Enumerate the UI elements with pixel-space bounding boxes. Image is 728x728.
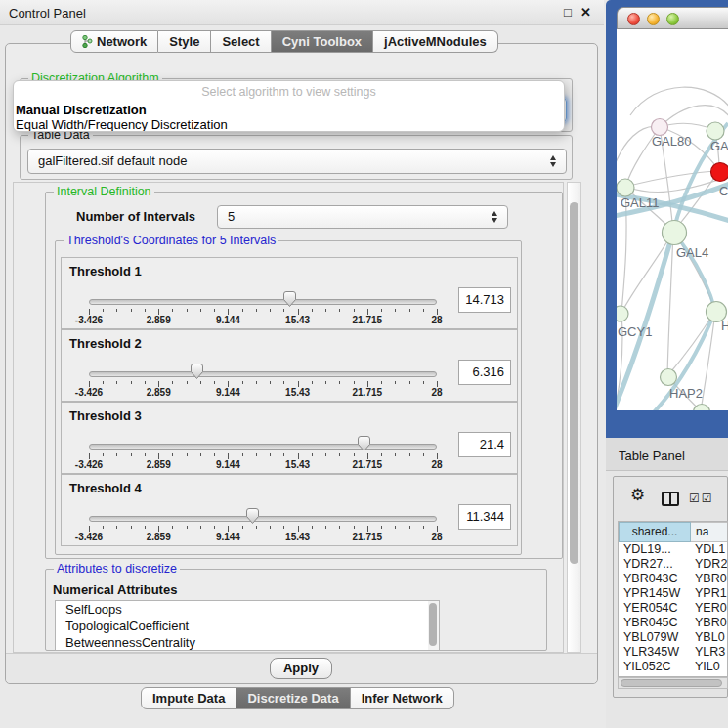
float-window-icon[interactable]: □ (564, 5, 572, 20)
slider-handle[interactable] (245, 507, 260, 525)
cell-shared-name[interactable]: YDL19... (619, 542, 691, 557)
tab-style[interactable]: Style (158, 30, 211, 53)
network-node-gal4[interactable] (663, 221, 687, 245)
cell-name[interactable]: YBL0 (691, 630, 727, 645)
table-row[interactable]: YIL052CYIL0 (619, 660, 727, 674)
vertical-scrollbar[interactable] (567, 182, 581, 653)
table-row[interactable]: YBL079WYBL0 (619, 630, 727, 645)
network-node-c[interactable] (711, 163, 728, 182)
panel-title: Control Panel (9, 6, 86, 21)
slider-handle[interactable] (357, 435, 371, 452)
numerical-attributes-label: Numerical Attributes (53, 582, 177, 597)
cell-shared-name[interactable]: YLR345W (619, 645, 691, 660)
cell-name[interactable]: YBR0 (691, 616, 727, 630)
popup-option-manual-discretization[interactable]: Manual Discretization (16, 103, 147, 117)
attribute-list-item[interactable]: TopologicalCoefficient (56, 618, 439, 634)
cell-name[interactable]: YDR2 (691, 557, 727, 572)
cell-name[interactable]: YIL0 (691, 660, 727, 674)
threshold-value-field[interactable]: 14.713 (458, 287, 511, 313)
cell-shared-name[interactable]: YDR27... (619, 557, 691, 572)
network-node-label: C (719, 184, 728, 198)
cell-shared-name[interactable]: YBR045C (619, 616, 691, 630)
cell-shared-name[interactable]: YIL052C (619, 660, 691, 674)
scrollbar-thumb[interactable] (570, 202, 578, 564)
attribute-list-item[interactable]: SelfLoops (56, 601, 439, 618)
attribute-list-item[interactable]: BetweennessCentrality (56, 634, 439, 651)
slider-handle[interactable] (190, 363, 204, 380)
slider-tick (256, 309, 257, 312)
app-root: Control Panel □ ✕ NetworkStyleSelectCyni… (0, 0, 728, 728)
gear-icon[interactable]: ⚙ (630, 487, 645, 503)
table-row[interactable]: YBR043CYBR0 (619, 572, 727, 586)
select-columns-checkboxes-icon[interactable]: ☑☑ (689, 492, 714, 505)
table-row[interactable]: YDR27...YDR2 (619, 557, 727, 572)
numerical-attributes-list[interactable]: SelfLoopsTopologicalCoefficientBetweenne… (55, 600, 440, 651)
cell-shared-name[interactable]: YBL079W (619, 630, 691, 645)
network-node-ga[interactable] (707, 122, 724, 140)
network-node-gal11[interactable] (617, 179, 634, 196)
attributes-scrollbar[interactable] (428, 601, 439, 650)
tab-infer-network[interactable]: Infer Network (351, 687, 454, 709)
number-of-intervals-combobox[interactable]: 5 (217, 205, 508, 229)
network-node[interactable] (694, 405, 710, 411)
network-node-gal80[interactable] (652, 119, 668, 136)
network-edge (630, 87, 728, 115)
slider-track[interactable] (89, 299, 437, 305)
slider-tick (145, 526, 146, 529)
tab-cyni-toolbox[interactable]: Cyni Toolbox (272, 30, 373, 53)
slider-handle[interactable] (282, 290, 297, 308)
apply-button[interactable]: Apply (270, 658, 332, 679)
cell-name[interactable]: YPR1 (691, 586, 727, 601)
cell-shared-name[interactable]: YBR043C (619, 572, 691, 586)
slider-tick (270, 453, 271, 456)
tab-discretize-data[interactable]: Discretize Data (236, 687, 350, 709)
table-row[interactable]: YER054CYER0 (619, 601, 727, 616)
network-canvas[interactable]: GAL80GACGAL11GAL4GCY1HHAP2 (617, 29, 728, 410)
popup-option-equal-width-frequency[interactable]: Equal Width/Frequency Discretization (16, 117, 228, 132)
slider-tick (116, 526, 117, 529)
tab-network[interactable]: Network (70, 30, 158, 53)
close-window-icon[interactable]: ✕ (580, 5, 591, 20)
table-header-shared-name[interactable]: shared... (619, 522, 691, 542)
cell-name[interactable]: YDL1 (691, 542, 727, 557)
slider-track[interactable] (89, 516, 437, 522)
threshold-value-field[interactable]: 11.344 (458, 504, 511, 530)
slider-tick (145, 381, 146, 384)
cell-shared-name[interactable]: YER054C (619, 601, 691, 616)
cell-name[interactable]: YBR0 (691, 572, 727, 586)
table-row[interactable]: YPR145WYPR1 (619, 586, 727, 601)
table-row[interactable]: YDL19...YDL1 (619, 542, 727, 557)
cell-name[interactable]: YER0 (691, 601, 727, 616)
slider-tick-label: 21.715 (353, 315, 383, 325)
close-traffic-light-icon[interactable] (627, 13, 640, 25)
table-row[interactable]: YLR345WYLR3 (619, 645, 727, 660)
zoom-traffic-light-icon[interactable] (666, 13, 679, 25)
threshold-value-field[interactable]: 21.4 (458, 432, 511, 457)
scrollbar-thumb[interactable] (621, 679, 722, 687)
minimize-traffic-light-icon[interactable] (647, 13, 660, 25)
tab-jactivemnodules[interactable]: jActiveMNodules (373, 30, 498, 53)
table-horizontal-scrollbar[interactable] (618, 677, 728, 689)
threshold-value-field[interactable]: 6.316 (458, 360, 511, 385)
slider-track[interactable] (89, 444, 437, 450)
cell-shared-name[interactable]: YPR145W (619, 586, 691, 601)
table-header-name[interactable]: na (691, 522, 727, 542)
table-row[interactable]: YBR045CYBR0 (619, 616, 727, 630)
cell-name[interactable]: YLR3 (691, 645, 727, 660)
column-layout-icon[interactable] (662, 492, 679, 506)
slider-tick-label: -3.426 (75, 459, 103, 470)
table-data-combobox[interactable]: galFiltered.sif default node (27, 149, 567, 174)
network-node-hap2[interactable] (661, 369, 677, 386)
tab-select[interactable]: Select (211, 30, 271, 53)
network-node-gcy1[interactable] (617, 306, 628, 321)
slider-tick (270, 309, 271, 312)
network-window-titlebar[interactable] (617, 7, 728, 29)
number-of-intervals-label: Number of Intervals (76, 209, 195, 224)
slider-track[interactable] (89, 371, 437, 377)
table-panel-title: Table Panel (619, 449, 685, 463)
scrollbar-thumb[interactable] (429, 603, 437, 646)
network-edge (621, 232, 673, 313)
slider-tick-label: 15.43 (285, 387, 310, 398)
tab-impute-data[interactable]: Impute Data (141, 687, 236, 709)
node-attribute-table[interactable]: shared... na YDL19...YDL1YDR27...YDR2YBR… (618, 521, 728, 677)
